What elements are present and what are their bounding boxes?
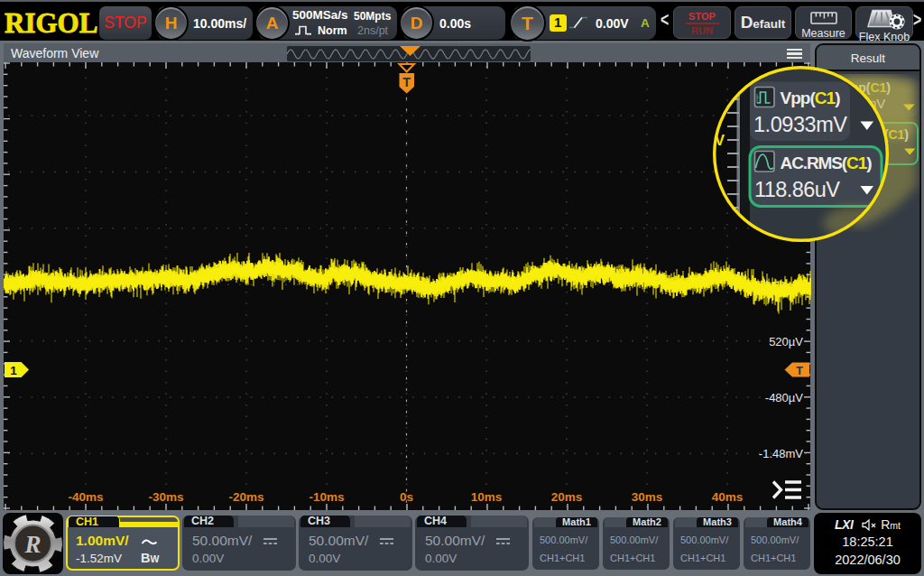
svg-text:118.86uV: 118.86uV xyxy=(754,178,840,201)
svg-text:1.0933mV: 1.0933mV xyxy=(753,113,847,136)
svg-text:Vpp(C1): Vpp(C1) xyxy=(781,88,841,107)
svg-text:AC.RMS(C1): AC.RMS(C1) xyxy=(781,153,873,172)
